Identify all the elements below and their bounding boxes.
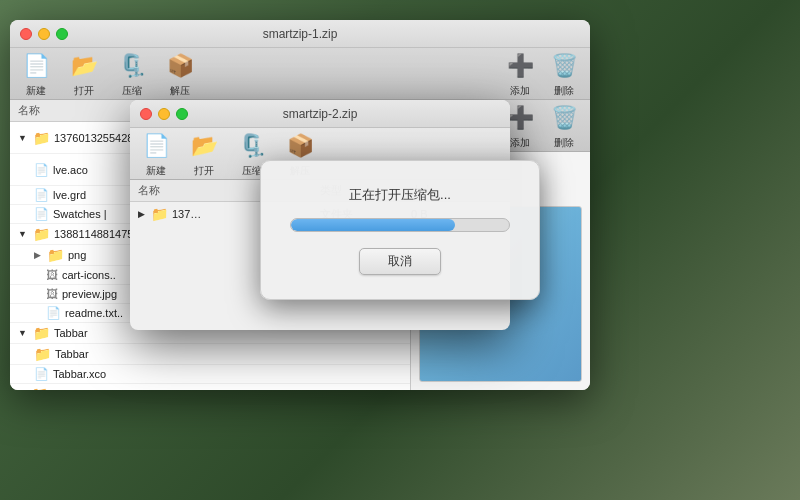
close-button[interactable]: [20, 28, 32, 40]
toolbar-new[interactable]: 📄 新建: [20, 50, 52, 98]
toolbar-right: ➕ 添加 🗑️ 删除: [504, 50, 580, 98]
new-icon: 📄: [20, 50, 52, 82]
progress-maximize-button[interactable]: [176, 108, 188, 120]
open-icon: 📂: [68, 50, 100, 82]
progress-toolbar-new[interactable]: 📄 新建: [140, 130, 172, 178]
table-row[interactable]: ▶ 📁 TabbarTests: [10, 384, 410, 390]
triangle-icon: ▼: [18, 328, 27, 338]
compress-icon: 🗜️: [116, 50, 148, 82]
progress-compress-label: 压缩: [242, 164, 262, 178]
file-icon: 📄: [34, 207, 49, 221]
triangle-icon: ▼: [18, 229, 27, 239]
delete-preview-icon: 🗑️: [548, 102, 580, 134]
file-icon: 📄: [34, 188, 49, 202]
progress-close-button[interactable]: [140, 108, 152, 120]
folder-icon: 📁: [33, 325, 50, 341]
add-icon: ➕: [504, 50, 536, 82]
progress-new-icon: 📄: [140, 130, 172, 162]
progress-new-label: 新建: [146, 164, 166, 178]
file-name: Tabbar: [54, 327, 88, 339]
header-name: 名称: [18, 103, 146, 118]
progress-decompress-icon: 📦: [284, 130, 316, 162]
table-row[interactable]: 📄 Tabbar.xco: [10, 365, 410, 384]
progress-file-name: 137…: [172, 208, 201, 220]
maximize-button[interactable]: [56, 28, 68, 40]
folder-icon: 📁: [31, 386, 48, 390]
delete-label: 删除: [554, 84, 574, 98]
file-name: png: [68, 249, 86, 261]
file-name: 1388114881475: [54, 228, 134, 240]
progress-bar-fill: [291, 219, 455, 231]
table-row[interactable]: 📁 Tabbar: [10, 344, 410, 365]
triangle-icon: ▶: [138, 209, 145, 219]
file-name: Tabbar.xco: [53, 368, 106, 380]
file-icon: 📄: [34, 163, 49, 177]
titlebar-main: smartzip-1.zip: [10, 20, 590, 48]
window-controls: [20, 28, 68, 40]
progress-window-title: smartzip-2.zip: [283, 107, 358, 121]
toolbar-decompress[interactable]: 📦 解压: [164, 50, 196, 98]
progress-message: 正在打开压缩包...: [349, 186, 451, 204]
delete-icon: 🗑️: [548, 50, 580, 82]
folder-icon: 📁: [47, 247, 64, 263]
new-label: 新建: [26, 84, 46, 98]
file-icon: 📄: [34, 367, 49, 381]
main-toolbar: 📄 新建 📂 打开 🗜️ 压缩 📦 解压 ➕ 添加 �: [10, 48, 590, 100]
decompress-icon: 📦: [164, 50, 196, 82]
file-name: Tabbar: [55, 348, 89, 360]
file-name: TabbarTests: [52, 388, 111, 390]
progress-compress-icon: 🗜️: [236, 130, 268, 162]
desktop: smartzip-1.zip 📄 新建 📂 打开 🗜️ 压缩 📦 解压 ➕: [0, 0, 800, 500]
progress-window-controls: [140, 108, 188, 120]
triangle-icon: ▶: [18, 389, 25, 390]
file-icon: 📄: [46, 306, 61, 320]
triangle-icon: ▶: [34, 250, 41, 260]
progress-open-label: 打开: [194, 164, 214, 178]
add-preview-label: 添加: [510, 136, 530, 150]
folder-icon: 📁: [151, 206, 168, 222]
file-name: readme.txt..: [65, 307, 123, 319]
compress-label: 压缩: [122, 84, 142, 98]
file-icon: 🖼: [46, 268, 58, 282]
progress-bar-container: [290, 218, 510, 232]
open-label: 打开: [74, 84, 94, 98]
decompress-label: 解压: [170, 84, 190, 98]
window-title: smartzip-1.zip: [263, 27, 338, 41]
folder-icon: 📁: [34, 346, 51, 362]
toolbar-open[interactable]: 📂 打开: [68, 50, 100, 98]
add-label: 添加: [510, 84, 530, 98]
file-name: preview.jpg: [62, 288, 117, 300]
delete-preview-label: 删除: [554, 136, 574, 150]
toolbar-add[interactable]: ➕ 添加: [504, 50, 536, 98]
progress-open-icon: 📂: [188, 130, 220, 162]
toolbar-delete[interactable]: 🗑️ 删除: [548, 50, 580, 98]
toolbar-compress[interactable]: 🗜️ 压缩: [116, 50, 148, 98]
titlebar-progress: smartzip-2.zip: [130, 100, 510, 128]
cancel-button[interactable]: 取消: [359, 248, 441, 275]
file-name: lve.aco: [53, 164, 88, 176]
progress-toolbar-open[interactable]: 📂 打开: [188, 130, 220, 178]
folder-icon: 📁: [33, 226, 50, 242]
file-name: Swatches |: [53, 208, 107, 220]
progress-minimize-button[interactable]: [158, 108, 170, 120]
file-name: lve.grd: [53, 189, 86, 201]
progress-dialog: 正在打开压缩包... 取消: [260, 160, 540, 300]
toolbar-delete-preview[interactable]: 🗑️ 删除: [548, 102, 580, 150]
file-name: cart-icons..: [62, 269, 116, 281]
folder-icon: 📁: [33, 130, 50, 146]
file-icon: 🖼: [46, 287, 58, 301]
minimize-button[interactable]: [38, 28, 50, 40]
triangle-icon: ▼: [18, 133, 27, 143]
